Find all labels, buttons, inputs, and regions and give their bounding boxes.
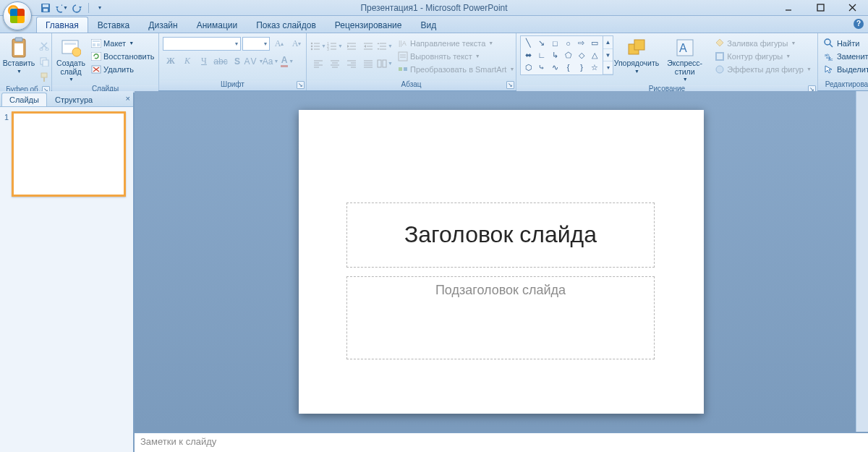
quick-styles-icon: A <box>674 37 696 59</box>
shrink-font-button[interactable]: A▾ <box>289 36 305 51</box>
office-button[interactable] <box>3 1 32 30</box>
title-placeholder[interactable]: Заголовок слайда <box>346 202 655 268</box>
text-shadow-button[interactable]: S <box>229 54 245 69</box>
select-button[interactable]: Выделить▼ <box>822 63 868 75</box>
font-dialog-launcher[interactable]: ↘ <box>297 81 305 89</box>
subtitle-placeholder[interactable]: Подзаголовок слайда <box>346 276 655 359</box>
tab-insert[interactable]: Вставка <box>88 17 140 33</box>
help-icon[interactable]: ? <box>854 19 864 29</box>
window-minimize-button[interactable] <box>773 0 804 16</box>
strikethrough-button[interactable]: abc <box>213 54 229 69</box>
grow-font-button[interactable]: A▴ <box>271 36 287 51</box>
side-tab-slides[interactable]: Слайды <box>1 93 47 106</box>
bold-button[interactable]: Ж <box>163 54 179 69</box>
svg-rect-20 <box>93 40 100 42</box>
svg-rect-1 <box>43 4 48 7</box>
svg-point-29 <box>311 45 312 46</box>
align-right-button[interactable] <box>344 56 359 71</box>
shape-effects-button[interactable]: Эффекты для фигур▼ <box>712 63 814 75</box>
svg-rect-67 <box>399 52 407 61</box>
svg-point-31 <box>311 48 312 49</box>
shape-fill-button[interactable]: Заливка фигуры▼ <box>712 37 814 49</box>
bullets-button[interactable]: ▼ <box>310 38 326 54</box>
paragraph-dialog-launcher[interactable]: ↘ <box>506 81 514 89</box>
columns-button[interactable]: ▼ <box>377 56 393 71</box>
tab-home[interactable]: Главная <box>36 17 88 33</box>
tab-slideshow[interactable]: Показ слайдов <box>247 17 326 33</box>
notes-pane[interactable]: Заметки к слайду <box>135 432 868 452</box>
font-family-select[interactable] <box>163 37 241 51</box>
justify-button[interactable] <box>360 56 376 71</box>
font-color-button[interactable]: A▼ <box>279 54 295 69</box>
side-tab-outline[interactable]: Структура <box>47 93 101 106</box>
cut-button[interactable] <box>36 38 52 53</box>
italic-button[interactable]: К <box>179 54 195 69</box>
delete-slide-button[interactable]: Удалить <box>88 63 156 75</box>
group-paragraph-label: Абзац <box>401 80 421 88</box>
tab-animations[interactable]: Анимации <box>187 17 247 33</box>
svg-rect-8 <box>15 38 22 41</box>
side-panel-close-button[interactable]: × <box>126 94 130 103</box>
numbering-button[interactable]: 123▼ <box>327 38 343 54</box>
convert-smartart-button[interactable]: Преобразовать в SmartArt▼ <box>395 63 516 75</box>
change-case-button[interactable]: Aa▼ <box>263 54 278 69</box>
paste-button[interactable]: Вставить ▼ <box>4 35 34 75</box>
tab-design[interactable]: Дизайн <box>139 17 187 33</box>
svg-rect-23 <box>91 52 101 61</box>
find-button[interactable]: Найти <box>822 37 868 49</box>
vertical-scrollbar[interactable] <box>856 91 868 432</box>
svg-rect-70 <box>399 67 402 71</box>
new-slide-button[interactable]: Создать слайд ▼ <box>56 35 86 84</box>
slide-thumbnail-1[interactable]: 1 <box>4 111 129 197</box>
quick-styles-button[interactable]: A Экспресс-стили▼ <box>660 35 710 84</box>
svg-rect-76 <box>716 53 723 60</box>
svg-text:3: 3 <box>327 47 329 51</box>
align-text-button[interactable]: Выровнять текст▼ <box>395 50 516 62</box>
arrange-button[interactable]: Упорядочить▼ <box>616 35 658 75</box>
svg-rect-15 <box>43 77 45 82</box>
character-spacing-button[interactable]: AV▼ <box>246 54 262 69</box>
svg-line-79 <box>830 44 833 47</box>
shapes-scroll[interactable]: ▲▼▾ <box>603 35 613 75</box>
text-direction-button[interactable]: ||AНаправление текста▼ <box>395 37 516 49</box>
new-slide-icon <box>60 37 82 59</box>
shape-outline-button[interactable]: Контур фигуры▼ <box>712 50 814 62</box>
font-size-select[interactable] <box>242 37 270 51</box>
qat-redo-button[interactable] <box>71 1 84 14</box>
format-painter-button[interactable] <box>36 69 52 85</box>
chevron-down-icon: ▼ <box>69 77 74 82</box>
decrease-indent-button[interactable] <box>344 38 359 54</box>
layout-button[interactable]: Макет▼ <box>88 37 156 49</box>
svg-point-18 <box>72 48 81 56</box>
svg-text:A: A <box>679 42 687 54</box>
line-spacing-button[interactable]: ▼ <box>377 38 393 54</box>
align-left-button[interactable] <box>310 56 326 71</box>
qat-customize-button[interactable]: ▾ <box>93 1 106 14</box>
clipboard-icon <box>8 37 30 59</box>
svg-rect-17 <box>64 43 76 45</box>
qat-save-button[interactable] <box>39 1 52 14</box>
align-text-icon <box>397 51 408 61</box>
window-close-button[interactable] <box>836 0 868 16</box>
svg-text:||A: ||A <box>399 40 407 47</box>
replace-button[interactable]: abacЗаменить▼ <box>822 50 868 62</box>
layout-label: Макет <box>103 39 126 48</box>
svg-rect-64 <box>378 60 381 67</box>
qat-undo-button[interactable]: ▼ <box>55 1 68 14</box>
group-editing-label: Редактирование <box>825 80 868 88</box>
new-slide-label: Создать слайд <box>56 59 85 76</box>
shapes-gallery[interactable]: ╲↘□○⇨▭ ⬌∟↳⬠◇△ ⬡⤷∿{}☆ <box>520 35 603 75</box>
svg-text:ac: ac <box>828 57 833 61</box>
align-center-button[interactable] <box>327 56 343 71</box>
increase-indent-button[interactable] <box>360 38 376 54</box>
tab-review[interactable]: Рецензирование <box>326 17 412 33</box>
tab-view[interactable]: Вид <box>411 17 446 33</box>
copy-button[interactable] <box>36 54 52 69</box>
slide-canvas[interactable]: Заголовок слайда Подзаголовок слайда <box>299 110 704 414</box>
subtitle-placeholder-text: Подзаголовок слайда <box>435 283 566 298</box>
underline-button[interactable]: Ч <box>196 54 212 69</box>
reset-button[interactable]: Восстановить <box>88 50 156 62</box>
delete-icon <box>90 64 101 74</box>
svg-rect-9 <box>14 43 23 55</box>
window-maximize-button[interactable] <box>804 0 836 16</box>
